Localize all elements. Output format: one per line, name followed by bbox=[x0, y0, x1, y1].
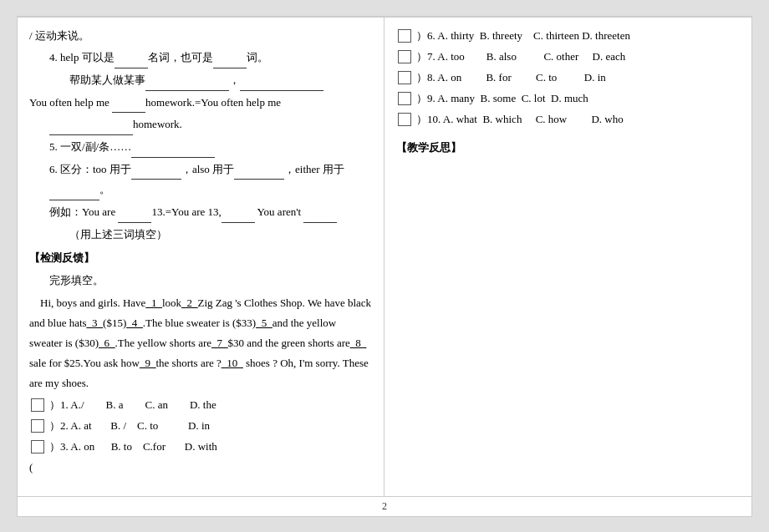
right-column: ）6. A. thirty B. threety C. thirteen D. … bbox=[384, 18, 751, 496]
mc-bracket-3 bbox=[31, 440, 44, 453]
mc-bracket-r6 bbox=[398, 29, 411, 43]
blank-eg2 bbox=[49, 134, 133, 135]
blank-4-sub-1 bbox=[145, 90, 229, 91]
mc-bracket-1 bbox=[31, 398, 44, 412]
blank-eg1 bbox=[112, 112, 145, 113]
mc-left-4-open: ( bbox=[29, 458, 372, 478]
left-header-text: / 运动来说。 bbox=[29, 29, 89, 42]
left-column: / 运动来说。 4. help 可以是名词，也可是词。 帮助某人做某事， You… bbox=[18, 18, 384, 496]
detection-sub: 完形填空。 bbox=[29, 271, 372, 291]
blank-6-2 bbox=[234, 179, 284, 180]
item-eg-note: （用上述三词填空） bbox=[29, 225, 372, 246]
item-4-eg2: homework. bbox=[29, 114, 372, 135]
blank-4-sub-2 bbox=[240, 90, 323, 91]
blank-6-3 bbox=[49, 200, 99, 200]
item-4-sub: 帮助某人做某事， bbox=[29, 70, 372, 91]
mc-right-7: ）7. A. too B. also C. other D. each bbox=[396, 47, 740, 67]
item-5: 5. 一双/副/条…… bbox=[29, 137, 372, 158]
mc-right-10: ）10. A. what B. which C. how D. who bbox=[396, 109, 740, 129]
mc-left-2: ）2. A. at B. / C. to D. in bbox=[29, 416, 372, 436]
mc-right-9: ）9. A. many B. some C. lot D. much bbox=[396, 89, 740, 109]
item-4: 4. help 可以是名词，也可是词。 bbox=[29, 48, 372, 68]
blank-eg-3 bbox=[303, 222, 337, 223]
blank-4-1 bbox=[115, 68, 148, 68]
blank-eg-2 bbox=[222, 222, 255, 223]
mc-bracket-r8 bbox=[398, 71, 411, 84]
mc-bracket-r9 bbox=[398, 92, 411, 105]
blank-eg-1 bbox=[118, 222, 151, 223]
blank-4-2 bbox=[213, 68, 247, 68]
blank-5 bbox=[131, 157, 215, 158]
mc-bracket-r10 bbox=[398, 113, 411, 126]
teaching-header: 【教学反思】 bbox=[396, 138, 740, 159]
mc-bracket-r7 bbox=[398, 50, 411, 63]
mc-bracket-2 bbox=[31, 419, 44, 433]
teaching-header-text: 【教学反思】 bbox=[396, 141, 461, 154]
mc-left-3: ）3. A. on B. to C.for D. with bbox=[29, 437, 372, 457]
page-number: 2 bbox=[382, 500, 387, 512]
blank-6-1 bbox=[131, 179, 181, 180]
worksheet-page: / 运动来说。 4. help 可以是名词，也可是词。 帮助某人做某事， You… bbox=[17, 16, 752, 517]
mc-left-1: ）1. A./ B. a C. an D. the bbox=[29, 395, 372, 415]
passage-para: Hi, boys and girls. Have_1_look_2_Zig Za… bbox=[29, 293, 372, 393]
header-line: / 运动来说。 bbox=[29, 26, 372, 47]
item-6: 6. 区分：too 用于，also 用于，either 用于。 bbox=[29, 160, 372, 200]
mc-right-6: ）6. A. thirty B. threety C. thirteen D. … bbox=[396, 26, 740, 46]
page-footer: 2 bbox=[18, 496, 751, 516]
detection-header: 【检测反馈】 bbox=[29, 248, 372, 269]
item-4-eg1: You often help me homework.=You often he… bbox=[29, 93, 372, 114]
item-eg: 例如：You are 13.=You are 13, You aren't bbox=[29, 202, 372, 223]
mc-right-8: ）8. A. on B. for C. to D. in bbox=[396, 68, 740, 88]
